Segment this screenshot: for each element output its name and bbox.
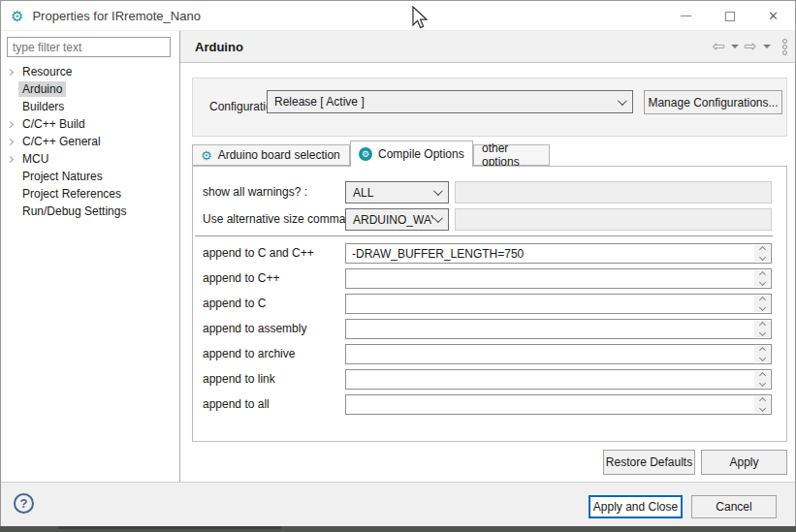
filter-input[interactable] (7, 37, 171, 57)
append-cpp-field-wrap (345, 268, 772, 289)
spinner-icon[interactable] (754, 371, 770, 388)
chevron-down-icon (433, 213, 443, 223)
spinner-icon[interactable] (754, 346, 770, 362)
manage-configurations-button[interactable]: Manage Configurations... (644, 90, 782, 114)
window-title: Properties for IRremote_Nano (32, 9, 200, 23)
page-header: Arduino ⇦ ⇨ (180, 31, 795, 63)
back-arrow-icon[interactable]: ⇦ (712, 39, 724, 54)
append-c-cpp-input[interactable] (346, 244, 771, 263)
append-all-label: append to all (203, 397, 270, 411)
configuration-select[interactable]: Release [ Active ] (267, 90, 633, 113)
tab-label: other options (482, 141, 541, 169)
spinner-icon[interactable] (754, 296, 770, 312)
tree-item-label: MCU (18, 151, 52, 167)
maximize-icon (725, 12, 735, 21)
chevron-down-icon (433, 186, 443, 196)
append-cpp-label: append to C++ (203, 271, 279, 285)
warnings-value: ALL (346, 186, 433, 200)
minimize-button[interactable] (664, 1, 708, 31)
tree-item-label: Arduino (18, 81, 66, 97)
tree-item-arduino[interactable]: Arduino (1, 80, 179, 98)
configuration-group: Configuration: Release [ Active ] Manage… (192, 78, 787, 137)
append-assembly-label: append to assembly (203, 322, 306, 335)
tree-item-label: Resource (18, 64, 76, 79)
warnings-label: show all warnings? : (203, 185, 307, 199)
append-link-field-wrap (345, 369, 772, 390)
expand-chevron-icon[interactable] (1, 70, 18, 75)
size-command-custom-field (455, 208, 772, 231)
chevron-down-icon (618, 96, 627, 106)
maximize-button[interactable] (708, 1, 751, 31)
tree-item-cpp-build[interactable]: C/C++ Build (1, 115, 179, 133)
append-link-input[interactable] (346, 370, 771, 389)
page-title: Arduino (195, 40, 243, 54)
tree-item-cpp-general[interactable]: C/C++ General (1, 133, 179, 150)
gear-badge-icon: ⚙ (359, 147, 372, 161)
gear-icon: ⚙ (201, 149, 212, 162)
append-all-field-wrap (345, 394, 772, 415)
append-archive-label: append to archive (203, 347, 295, 360)
tree-item-run-debug-settings[interactable]: Run/Debug Settings (1, 203, 179, 220)
tab-compile-options[interactable]: ⚙ Compile Options (350, 141, 473, 167)
append-all-input[interactable] (346, 395, 771, 414)
compile-options-panel: show all warnings? : ALL Use alternative… (192, 166, 787, 442)
append-archive-input[interactable] (346, 345, 771, 363)
close-icon: ✕ (768, 9, 779, 23)
append-c-input[interactable] (346, 295, 771, 313)
window-controls: ✕ (664, 1, 795, 31)
append-c-cpp-label: append to C and C++ (203, 246, 314, 260)
append-assembly-field-wrap (345, 319, 772, 339)
size-command-select[interactable]: ARDUINO_WAY (345, 208, 449, 231)
help-icon[interactable]: ? (14, 493, 34, 514)
tab-label: Arduino board selection (218, 148, 340, 162)
append-archive-field-wrap (345, 344, 772, 364)
minimize-icon (681, 16, 691, 16)
tab-label: Compile Options (378, 147, 464, 161)
apply-button[interactable]: Apply (701, 450, 787, 475)
warnings-select[interactable]: ALL (345, 181, 449, 203)
tree-item-label: C/C++ General (18, 134, 105, 149)
header-nav: ⇦ ⇨ (712, 31, 787, 62)
append-cpp-input[interactable] (346, 269, 771, 288)
tab-arduino-board-selection[interactable]: ⚙ Arduino board selection (192, 144, 350, 166)
spinner-icon[interactable] (754, 321, 770, 337)
expand-chevron-icon[interactable] (1, 157, 18, 162)
background-window-strip (0, 526, 796, 532)
forward-arrow-icon[interactable]: ⇨ (745, 39, 757, 54)
cancel-button[interactable]: Cancel (691, 495, 777, 518)
tree-item-project-references[interactable]: Project References (1, 185, 179, 203)
tree-item-label: Builders (18, 99, 68, 114)
close-button[interactable]: ✕ (751, 1, 795, 31)
titlebar: ⚙ Properties for IRremote_Nano ✕ (1, 1, 795, 31)
properties-dialog: ⚙ Properties for IRremote_Nano ✕ Resourc… (0, 0, 796, 532)
append-c-cpp-field-wrap (345, 243, 772, 264)
spinner-icon[interactable] (754, 270, 770, 287)
tree-item-mcu[interactable]: MCU (1, 150, 179, 168)
back-dropdown-caret-icon[interactable] (731, 45, 739, 48)
tree-item-label: Project References (18, 186, 125, 202)
view-menu-icon[interactable] (782, 39, 787, 55)
tree-item-label: C/C++ Build (18, 116, 89, 132)
tree-item-builders[interactable]: Builders (1, 98, 179, 115)
sidebar: Resource Arduino Builders C/C++ Build C/… (1, 31, 180, 482)
expand-chevron-icon[interactable] (1, 140, 18, 144)
size-command-value: ARDUINO_WAY (346, 213, 433, 227)
dialog-footer: ? Apply and Close Cancel (1, 482, 795, 526)
tree-item-resource[interactable]: Resource (1, 63, 179, 80)
properties-tree: Resource Arduino Builders C/C++ Build C/… (1, 63, 179, 220)
append-assembly-input[interactable] (346, 320, 771, 338)
background-window-text (58, 526, 281, 529)
append-link-label: append to link (203, 372, 275, 386)
spinner-icon[interactable] (754, 245, 770, 262)
tree-item-project-natures[interactable]: Project Natures (1, 168, 179, 185)
content-area: Configuration: Release [ Active ] Manage… (180, 63, 795, 482)
apply-and-close-button[interactable]: Apply and Close (589, 495, 683, 518)
expand-chevron-icon[interactable] (1, 122, 18, 127)
configuration-value: Release [ Active ] (268, 95, 618, 109)
app-gear-icon: ⚙ (11, 9, 23, 23)
spinner-icon[interactable] (754, 396, 770, 413)
forward-dropdown-caret-icon[interactable] (763, 45, 771, 48)
append-c-field-wrap (345, 294, 772, 314)
tab-other-options[interactable]: other options (473, 144, 550, 166)
restore-defaults-button[interactable]: Restore Defaults (603, 450, 695, 475)
